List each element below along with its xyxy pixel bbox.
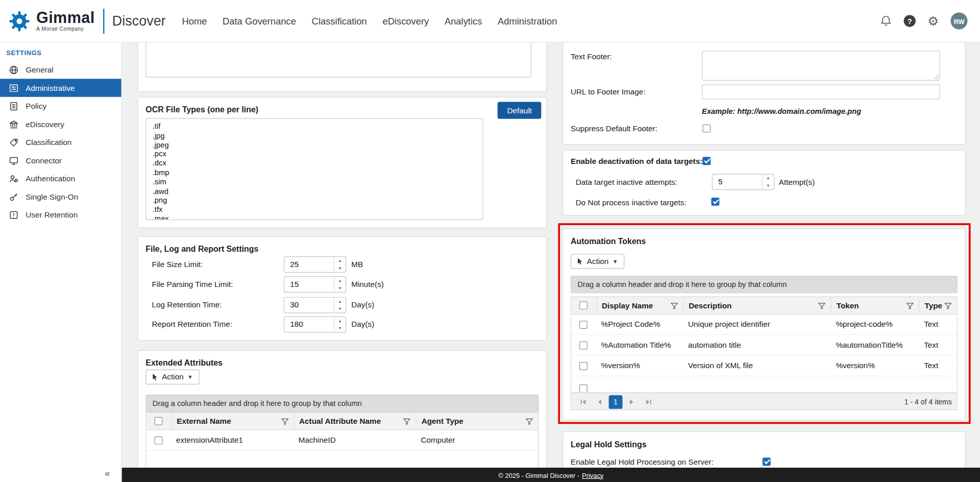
settings-gear-icon[interactable]: ⚙ — [927, 15, 939, 27]
sidebar-item-general[interactable]: General — [0, 61, 121, 79]
header-cell-agent-type[interactable]: Agent Type — [416, 413, 538, 429]
spinner[interactable]: ▲▼ — [762, 175, 774, 189]
report-retention-input[interactable]: ▲▼ — [284, 317, 346, 333]
text-footer-textarea[interactable] — [702, 51, 940, 81]
header-cell-external-name[interactable]: External Name — [171, 413, 293, 429]
numeric-value[interactable] — [284, 298, 334, 312]
help-icon[interactable]: ? — [904, 15, 916, 27]
sidebar-item-label: Classification — [26, 138, 71, 147]
filter-funnel-icon[interactable] — [671, 302, 678, 309]
spinner-up-icon[interactable]: ▲ — [334, 317, 346, 325]
filter-funnel-icon[interactable] — [906, 302, 914, 309]
pager-last-icon[interactable] — [641, 395, 655, 409]
ocr-file-types-textarea[interactable]: .tif .jpg .jpeg .pcx .dcx .bmp .sim .awd… — [145, 118, 483, 220]
nav-data-governance[interactable]: Data Governance — [223, 16, 296, 27]
nav-analytics[interactable]: Analytics — [445, 16, 482, 27]
numeric-value[interactable] — [713, 175, 762, 189]
resize-handle[interactable] — [933, 73, 939, 79]
unit-label: Day(s) — [351, 320, 374, 329]
header-cell-display-name[interactable]: Display Name — [596, 297, 683, 314]
log-retention-input[interactable]: ▲▼ — [284, 297, 346, 314]
group-drop-zone[interactable]: Drag a column header and drop it here to… — [571, 276, 958, 293]
table-row-partial[interactable] — [571, 376, 957, 393]
spinner[interactable]: ▲▼ — [334, 277, 346, 292]
filter-funnel-icon[interactable] — [818, 302, 826, 309]
panel-title: OCR File Types (one per line) — [138, 98, 547, 114]
panel-title: Automation Tokens — [563, 229, 965, 246]
table-row[interactable]: %version% Version of XML file %version% … — [571, 356, 957, 376]
enable-legal-hold-checkbox[interactable] — [763, 457, 771, 466]
pager-next-icon[interactable] — [625, 395, 639, 409]
numeric-value[interactable] — [284, 257, 334, 272]
sidebar-item-administrative[interactable]: Administrative — [0, 79, 121, 97]
spinner-down-icon[interactable]: ▼ — [334, 305, 346, 313]
sidebar-item-connector[interactable]: Connector — [0, 151, 121, 170]
select-all-checkbox[interactable] — [155, 417, 163, 425]
row-checkbox[interactable] — [580, 321, 588, 329]
sidebar-item-classification[interactable]: Classification — [0, 133, 121, 152]
header-cell-token[interactable]: Token — [831, 297, 919, 314]
enable-legal-hold-label: Enable Legal Hold Processing on Server: — [571, 457, 714, 466]
table-row[interactable]: extensionAttribute1 MachineID Computer — [146, 430, 538, 450]
spinner-up-icon[interactable]: ▲ — [334, 257, 346, 264]
privacy-link[interactable]: Privacy — [582, 471, 603, 479]
group-drop-zone[interactable]: Drag a column header and drop it here to… — [145, 395, 538, 412]
clipped-panel-textarea[interactable] — [145, 42, 531, 78]
spinner-up-icon[interactable]: ▲ — [334, 298, 346, 305]
spinner-down-icon[interactable]: ▼ — [763, 182, 774, 189]
nav-home[interactable]: Home — [182, 16, 207, 27]
filter-funnel-icon[interactable] — [281, 417, 288, 425]
pager-page-1[interactable]: 1 — [609, 395, 623, 409]
inactive-attempts-input[interactable]: ▲▼ — [712, 174, 774, 190]
extended-attributes-action-button[interactable]: Action ▼ — [145, 370, 199, 384]
table-row[interactable]: %Automation Title% automation title %aut… — [571, 335, 957, 355]
url-footer-image-input[interactable] — [702, 84, 940, 99]
spinner[interactable]: ▲▼ — [334, 298, 346, 312]
do-not-process-checkbox[interactable] — [711, 198, 719, 206]
notifications-bell-icon[interactable] — [880, 15, 892, 27]
file-size-limit-input[interactable]: ▲▼ — [284, 256, 346, 273]
table-row[interactable]: %Project Code% Unique project identifier… — [571, 315, 957, 335]
nav-classification[interactable]: Classification — [312, 16, 367, 27]
spinner[interactable]: ▲▼ — [334, 317, 346, 332]
sidebar-collapse-button[interactable]: « — [105, 468, 110, 478]
pager-first-icon[interactable] — [576, 395, 590, 409]
gimmal-logo[interactable]: Gimmal A Morae Company Discover — [8, 9, 166, 34]
enable-deactivation-checkbox[interactable] — [702, 157, 710, 165]
filter-funnel-icon[interactable] — [403, 417, 411, 425]
spinner-up-icon[interactable]: ▲ — [763, 175, 774, 182]
row-checkbox[interactable] — [580, 362, 588, 370]
header-cell-description[interactable]: Description — [683, 297, 830, 314]
spinner[interactable]: ▲▼ — [334, 257, 346, 272]
filter-funnel-icon[interactable] — [944, 302, 952, 309]
sidebar-item-user-retention[interactable]: User Retention — [0, 206, 121, 224]
gimmal-gear-icon — [8, 9, 32, 33]
row-checkbox[interactable] — [580, 341, 588, 349]
column-title: Description — [689, 301, 731, 310]
numeric-value[interactable] — [284, 277, 334, 292]
spinner-down-icon[interactable]: ▼ — [334, 264, 346, 272]
sidebar-item-policy[interactable]: Policy — [0, 97, 121, 115]
user-avatar[interactable]: RW — [950, 12, 967, 29]
select-all-checkbox[interactable] — [580, 301, 588, 309]
nav-ediscovery[interactable]: eDiscovery — [382, 16, 429, 27]
default-button[interactable]: Default — [498, 102, 541, 119]
suppress-default-footer-checkbox[interactable] — [702, 125, 710, 133]
pager-prev-icon[interactable] — [593, 395, 606, 409]
row-checkbox[interactable] — [580, 384, 588, 393]
header-cell-actual-attribute-name[interactable]: Actual Attribute Name — [293, 413, 416, 429]
automation-tokens-action-button[interactable]: Action ▼ — [571, 254, 624, 269]
row-checkbox[interactable] — [155, 436, 163, 444]
sidebar-item-ediscovery[interactable]: eDiscovery — [0, 115, 121, 133]
nav-administration[interactable]: Administration — [498, 16, 557, 27]
cell-actual-attribute-name: MachineID — [293, 436, 416, 444]
spinner-up-icon[interactable]: ▲ — [334, 277, 346, 284]
file-parsing-limit-input[interactable]: ▲▼ — [284, 276, 346, 293]
spinner-down-icon[interactable]: ▼ — [334, 325, 346, 332]
numeric-value[interactable] — [284, 317, 334, 332]
sidebar-item-authentication[interactable]: Authentication — [0, 170, 121, 188]
sidebar-item-single-sign-on[interactable]: Single Sign-On — [0, 187, 121, 206]
header-cell-type[interactable]: Type — [919, 297, 957, 314]
filter-funnel-icon[interactable] — [526, 417, 533, 425]
spinner-down-icon[interactable]: ▼ — [334, 284, 346, 292]
